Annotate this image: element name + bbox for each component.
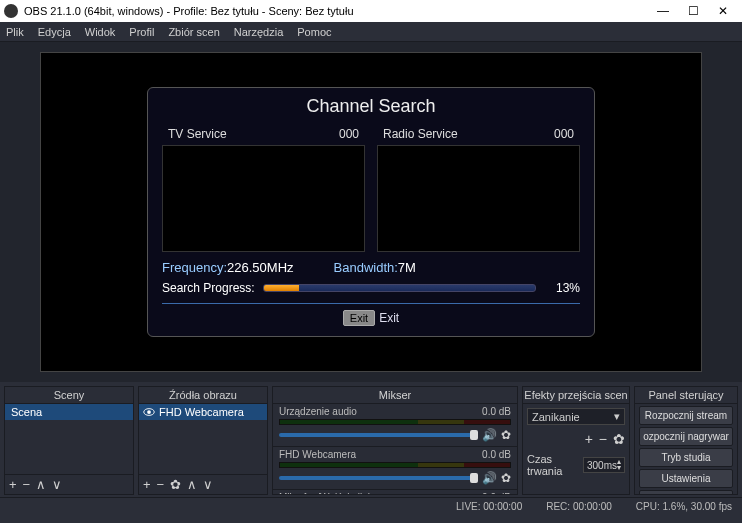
mixer-track-level: 0.0 dB bbox=[482, 492, 511, 494]
scenes-panel: Sceny Scena + − ∧ ∨ bbox=[4, 386, 134, 495]
duration-input[interactable]: 300ms ▴▾ bbox=[583, 457, 625, 473]
studio-mode-button[interactable]: Tryb studia bbox=[639, 448, 733, 467]
mixer-track-name: FHD Webcamera bbox=[279, 449, 356, 460]
speaker-icon[interactable]: 🔊 bbox=[482, 471, 497, 485]
sources-up-button[interactable]: ∧ bbox=[187, 477, 197, 492]
progress-percent: 13% bbox=[544, 281, 580, 295]
status-cpu: CPU: 1.6%, 30.00 fps bbox=[636, 501, 732, 512]
bandwidth-value: 7M bbox=[398, 260, 416, 275]
controls-panel: Panel sterujący Rozpocznij stream ozpocz… bbox=[634, 386, 738, 495]
mixer-panel: Mikser Urządzenie audio0.0 dB 🔊✿ FHD Web… bbox=[272, 386, 518, 495]
mixer-meter bbox=[279, 462, 511, 468]
preview-area: Channel Search TV Service 000 Radio Serv… bbox=[0, 42, 742, 382]
mixer-track: Urządzenie audio0.0 dB 🔊✿ bbox=[273, 404, 517, 447]
channel-search-title: Channel Search bbox=[162, 96, 580, 117]
settings-button[interactable]: Ustawienia bbox=[639, 469, 733, 488]
frequency-value: 226.50MHz bbox=[227, 260, 293, 275]
sources-remove-button[interactable]: − bbox=[157, 477, 165, 492]
transition-remove-button[interactable]: − bbox=[599, 431, 607, 447]
statusbar: LIVE: 00:00:00 REC: 00:00:00 CPU: 1.6%, … bbox=[0, 497, 742, 515]
controls-title: Panel sterujący bbox=[635, 387, 737, 404]
transition-selected: Zanikanie bbox=[532, 411, 580, 423]
eye-icon[interactable] bbox=[143, 406, 155, 418]
sources-panel: Źródła obrazu FHD Webcamera + − ✿ ∧ ∨ bbox=[138, 386, 268, 495]
menu-edycja[interactable]: Edycja bbox=[38, 26, 71, 38]
scenes-down-button[interactable]: ∨ bbox=[52, 477, 62, 492]
start-record-button[interactable]: ozpocznij nagrywar bbox=[639, 427, 733, 446]
sources-title: Źródła obrazu bbox=[139, 387, 267, 404]
status-rec: REC: 00:00:00 bbox=[546, 501, 612, 512]
window-title: OBS 21.1.0 (64bit, windows) - Profile: B… bbox=[24, 5, 648, 17]
mixer-track-level: 0.0 dB bbox=[482, 449, 511, 460]
bandwidth-label: Bandwidth: bbox=[334, 260, 398, 275]
transition-select[interactable]: Zanikanie ▾ bbox=[527, 408, 625, 425]
svg-point-1 bbox=[147, 410, 151, 414]
preview-canvas[interactable]: Channel Search TV Service 000 Radio Serv… bbox=[40, 52, 702, 372]
mixer-meter bbox=[279, 419, 511, 425]
mixer-track: Mikrofon/Wejście liniowe0.0 dB bbox=[273, 490, 517, 494]
menubar: Plik Edycja Widok Profil Zbiór scen Narz… bbox=[0, 22, 742, 42]
exit-app-button[interactable]: Wyjście bbox=[639, 490, 733, 494]
tv-service-label: TV Service bbox=[168, 127, 227, 141]
menu-profil[interactable]: Profil bbox=[129, 26, 154, 38]
titlebar: OBS 21.1.0 (64bit, windows) - Profile: B… bbox=[0, 0, 742, 22]
scenes-remove-button[interactable]: − bbox=[23, 477, 31, 492]
mixer-slider[interactable] bbox=[279, 433, 478, 437]
menu-pomoc[interactable]: Pomoc bbox=[297, 26, 331, 38]
sources-down-button[interactable]: ∨ bbox=[203, 477, 213, 492]
exit-text: Exit bbox=[379, 311, 399, 325]
menu-narzedzia[interactable]: Narzędzia bbox=[234, 26, 284, 38]
source-item-label: FHD Webcamera bbox=[159, 406, 244, 418]
spinner-icon[interactable]: ▴▾ bbox=[617, 459, 621, 471]
progress-label: Search Progress: bbox=[162, 281, 255, 295]
mixer-slider[interactable] bbox=[279, 476, 478, 480]
exit-button[interactable]: Exit bbox=[343, 310, 375, 326]
start-stream-button[interactable]: Rozpocznij stream bbox=[639, 406, 733, 425]
source-item[interactable]: FHD Webcamera bbox=[139, 404, 267, 420]
transition-settings-button[interactable]: ✿ bbox=[613, 431, 625, 447]
progress-fill bbox=[264, 285, 299, 291]
scenes-title: Sceny bbox=[5, 387, 133, 404]
mixer-track-name: Mikrofon/Wejście liniowe bbox=[279, 492, 388, 494]
transitions-title: Efekty przejścia scen bbox=[523, 387, 629, 404]
tv-service-list bbox=[162, 145, 365, 252]
radio-service-list bbox=[377, 145, 580, 252]
duration-value: 300ms bbox=[587, 460, 617, 471]
maximize-button[interactable]: ☐ bbox=[678, 1, 708, 21]
scenes-up-button[interactable]: ∧ bbox=[36, 477, 46, 492]
mixer-title: Mikser bbox=[273, 387, 517, 404]
frequency-label: Frequency: bbox=[162, 260, 227, 275]
menu-zbior-scen[interactable]: Zbiór scen bbox=[168, 26, 219, 38]
minimize-button[interactable]: — bbox=[648, 1, 678, 21]
menu-plik[interactable]: Plik bbox=[6, 26, 24, 38]
sources-add-button[interactable]: + bbox=[143, 477, 151, 492]
mixer-track: FHD Webcamera0.0 dB 🔊✿ bbox=[273, 447, 517, 490]
mixer-track-level: 0.0 dB bbox=[482, 406, 511, 417]
radio-service-label: Radio Service bbox=[383, 127, 458, 141]
scenes-add-button[interactable]: + bbox=[9, 477, 17, 492]
chevron-down-icon: ▾ bbox=[614, 410, 620, 423]
menu-widok[interactable]: Widok bbox=[85, 26, 116, 38]
speaker-icon[interactable]: 🔊 bbox=[482, 428, 497, 442]
duration-label: Czas trwania bbox=[527, 453, 579, 477]
tv-service-count: 000 bbox=[339, 127, 359, 141]
app-icon bbox=[4, 4, 18, 18]
scene-item[interactable]: Scena bbox=[5, 404, 133, 420]
gear-icon[interactable]: ✿ bbox=[501, 471, 511, 485]
sources-settings-button[interactable]: ✿ bbox=[170, 477, 181, 492]
mixer-track-name: Urządzenie audio bbox=[279, 406, 357, 417]
status-live: LIVE: 00:00:00 bbox=[456, 501, 522, 512]
channel-search-panel: Channel Search TV Service 000 Radio Serv… bbox=[147, 87, 595, 337]
transitions-panel: Efekty przejścia scen Zanikanie ▾ + − ✿ … bbox=[522, 386, 630, 495]
close-button[interactable]: ✕ bbox=[708, 1, 738, 21]
radio-service-count: 000 bbox=[554, 127, 574, 141]
gear-icon[interactable]: ✿ bbox=[501, 428, 511, 442]
transition-add-button[interactable]: + bbox=[585, 431, 593, 447]
progress-bar bbox=[263, 284, 536, 292]
